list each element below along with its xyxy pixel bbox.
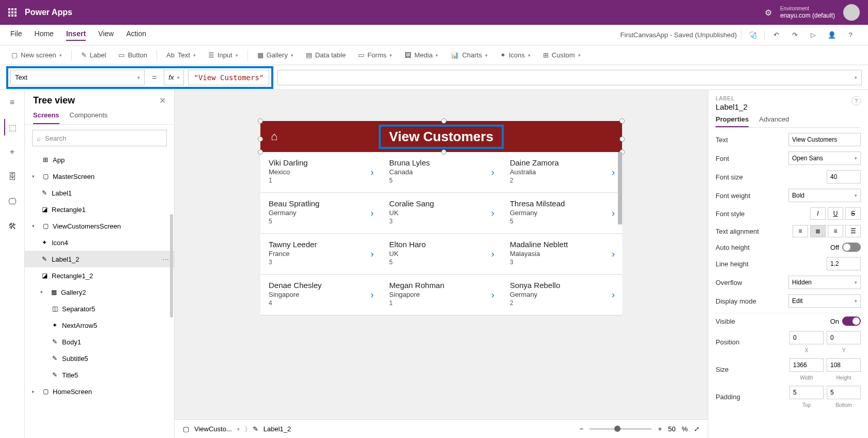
tools-rail-icon[interactable]: 🛠	[4, 218, 21, 235]
prop-displaymode-select[interactable]: Edit▾	[788, 294, 861, 308]
tree-node-homescreen[interactable]: ▸▢HomeScreen	[25, 383, 174, 400]
menu-file[interactable]: File	[10, 29, 22, 41]
tree-view-icon[interactable]: ⬚	[4, 119, 21, 135]
tree-node-app[interactable]: ⊞App	[25, 152, 174, 168]
align-justify-button[interactable]: ☰	[845, 225, 861, 237]
menu-insert[interactable]: Insert	[66, 29, 86, 41]
tab-advanced[interactable]: Advanced	[759, 115, 789, 127]
prop-padbottom-input[interactable]	[827, 386, 861, 399]
next-arrow-icon[interactable]: ›	[491, 167, 494, 178]
tab-screens[interactable]: Screens	[33, 111, 59, 124]
breadcrumb-screen[interactable]: ViewCusto...	[194, 425, 232, 433]
tree-node-separator5[interactable]: ◫Separator5	[25, 300, 174, 317]
gallery-item[interactable]: Coralie SangUK3›	[381, 193, 501, 233]
prop-x-input[interactable]	[789, 331, 824, 344]
insert-label-button[interactable]: ✎ Label	[76, 49, 112, 61]
gallery-item[interactable]: Denae ChesleySingapore4›	[260, 275, 381, 315]
align-left-button[interactable]: ≡	[793, 225, 808, 237]
prop-height-input[interactable]	[827, 358, 861, 372]
tree-node-body1[interactable]: ✎Body1	[25, 334, 174, 350]
insert-charts-button[interactable]: 📊 Charts ▾	[445, 49, 492, 61]
insert-input-button[interactable]: ☰ Input ▾	[203, 49, 243, 61]
tree-node-nextarrow5[interactable]: ✦NextArrow5	[25, 317, 174, 334]
gallery-item[interactable]: Megan RohmanSingapore1›	[381, 275, 501, 315]
insert-button-button[interactable]: ▭ Button	[113, 49, 152, 61]
home-icon[interactable]: ⌂	[271, 130, 277, 143]
next-arrow-icon[interactable]: ›	[612, 167, 615, 178]
prop-lineheight-input[interactable]	[827, 257, 861, 270]
gallery-item[interactable]: Beau SpratlingGermany5›	[260, 193, 381, 233]
insert-text-button[interactable]: Ab Text ▾	[161, 49, 201, 61]
gallery-row[interactable]: Denae ChesleySingapore4›Megan RohmanSing…	[260, 275, 622, 315]
next-arrow-icon[interactable]: ›	[370, 167, 374, 178]
data-rail-icon[interactable]: 🗄	[4, 169, 21, 185]
gallery-row[interactable]: Beau SpratlingGermany5›Coralie SangUK3›T…	[260, 193, 622, 234]
canvas-header-bar[interactable]: ⌂ View Customers	[260, 121, 622, 152]
environment-picker[interactable]: Environment enayu.com (default)	[780, 6, 835, 19]
help-icon[interactable]: ?	[843, 28, 858, 42]
play-icon[interactable]: ▷	[806, 28, 820, 42]
zoom-out-icon[interactable]: −	[580, 425, 584, 433]
tree-node-gallery2[interactable]: ▾▦Gallery2	[25, 284, 174, 300]
next-arrow-icon[interactable]: ›	[612, 208, 615, 219]
insert-gallery-button[interactable]: ▦ Gallery ▾	[252, 49, 299, 61]
visible-toggle[interactable]	[842, 316, 861, 326]
tree-scrollbar[interactable]	[170, 214, 173, 318]
insert-datatable-button[interactable]: ▤ Data table	[301, 49, 351, 61]
selection-handle[interactable]	[619, 118, 625, 124]
fx-button[interactable]: fx▾	[164, 70, 184, 85]
next-arrow-icon[interactable]: ›	[491, 290, 494, 300]
tree-node-title5[interactable]: ✎Title5	[25, 367, 174, 383]
align-center-button[interactable]: ≣	[810, 225, 826, 237]
strike-button[interactable]: S	[845, 207, 861, 220]
hamburger-icon[interactable]: ≡	[4, 94, 21, 111]
next-arrow-icon[interactable]: ›	[491, 249, 494, 260]
control-name[interactable]: Label1_2	[716, 102, 861, 111]
gallery-item[interactable]: Elton HaroUK5›	[381, 234, 501, 274]
next-arrow-icon[interactable]: ›	[491, 208, 494, 219]
fit-to-screen-icon[interactable]: ⤢	[694, 425, 700, 433]
panel-help-icon[interactable]: ?	[851, 96, 861, 105]
gallery-item[interactable]: Tawny LeederFrance3›	[260, 234, 381, 274]
app-launcher-icon[interactable]	[8, 8, 17, 17]
gallery-row[interactable]: Tawny LeederFrance3›Elton HaroUK5›Madali…	[260, 234, 622, 275]
selection-handle[interactable]	[258, 137, 263, 142]
tree-node-masterscreen[interactable]: ▾▢MasterScreen	[25, 168, 174, 185]
share-icon[interactable]: 👤	[825, 28, 839, 42]
italic-button[interactable]: I	[810, 207, 826, 220]
tab-properties[interactable]: Properties	[716, 115, 749, 127]
canvas-header-label[interactable]: View Customers	[379, 125, 504, 149]
insert-icons-button[interactable]: ✦ Icons ▾	[495, 49, 536, 61]
tree-node-rectangle1-2[interactable]: ◪Rectangle1_2	[25, 267, 174, 284]
gallery-item[interactable]: Sonya RebelloGermany2›	[502, 275, 622, 315]
insert-rail-icon[interactable]: +	[4, 144, 21, 160]
gallery-row[interactable]: Viki DarlingMexico1›Bruna LylesCanada5›D…	[260, 152, 622, 193]
menu-view[interactable]: View	[98, 29, 114, 41]
property-selector[interactable]: Text▾	[10, 70, 145, 85]
prop-width-input[interactable]	[789, 358, 824, 372]
tab-components[interactable]: Components	[70, 111, 108, 124]
next-arrow-icon[interactable]: ›	[612, 290, 615, 300]
tree-search-input[interactable]: ⌕ Search	[32, 130, 167, 146]
prop-overflow-select[interactable]: Hidden▾	[788, 276, 861, 289]
autoheight-toggle[interactable]	[842, 243, 861, 252]
undo-icon[interactable]: ↶	[769, 28, 783, 42]
environment-icon[interactable]: ⚙	[765, 8, 772, 18]
insert-media-button[interactable]: 🖼 Media ▾	[399, 49, 443, 61]
insert-forms-button[interactable]: ▭ Forms ▾	[353, 49, 397, 61]
prop-y-input[interactable]	[827, 331, 861, 344]
next-arrow-icon[interactable]: ›	[612, 249, 615, 260]
gallery-item[interactable]: Bruna LylesCanada5›	[381, 152, 501, 192]
align-right-button[interactable]: ≡	[828, 225, 843, 237]
zoom-in-icon[interactable]: +	[658, 425, 662, 433]
gallery-item[interactable]: Daine ZamoraAustralia2›	[502, 152, 622, 192]
close-tree-icon[interactable]: ✕	[159, 96, 166, 105]
prop-text-input[interactable]	[788, 133, 861, 146]
tree-node-subtitle5[interactable]: ✎Subtitle5	[25, 350, 174, 367]
formula-input[interactable]: ▾	[277, 70, 862, 85]
insert-custom-button[interactable]: ⊞ Custom ▾	[538, 49, 586, 61]
tree-node-label1[interactable]: ✎Label1	[25, 185, 174, 201]
formula-value[interactable]: "View Customers"	[188, 70, 269, 85]
chevron-down-icon[interactable]: ▾	[237, 427, 240, 432]
zoom-slider[interactable]	[590, 428, 652, 430]
